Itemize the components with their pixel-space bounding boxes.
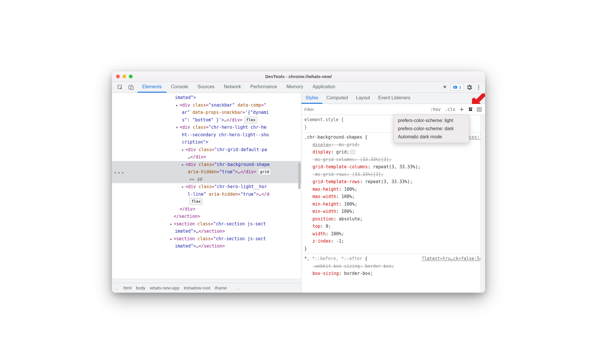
svg-point-7 (478, 87, 479, 88)
css-declaration[interactable]: grid-template-rows: repeat(3, 33.33%); (304, 178, 482, 186)
dom-tree[interactable]: ••• imated"> ▶<div class="snackbar" data… (112, 93, 301, 279)
svg-point-6 (478, 85, 479, 86)
breadcrumb-item[interactable]: whats-new-app (150, 285, 180, 290)
expand-toggle-icon[interactable]: ▶ (182, 184, 185, 189)
elements-panel: ••• imated"> ▶<div class="snackbar" data… (112, 93, 301, 293)
svg-rect-9 (469, 110, 472, 111)
grid-editor-icon[interactable] (350, 150, 355, 154)
main-tab-bar: ElementsConsoleSourcesNetworkPerformance… (112, 82, 485, 93)
rendering-emulation-icon[interactable] (467, 106, 474, 113)
popover-item[interactable]: prefers-color-scheme: light (394, 116, 469, 125)
breadcrumb-item[interactable]: iframe (215, 285, 227, 290)
tab-sources[interactable]: Sources (193, 82, 219, 93)
settings-gear-icon[interactable] (466, 84, 473, 91)
svg-rect-4 (454, 87, 456, 87)
expand-toggle-icon[interactable]: ▶ (170, 236, 174, 241)
issues-count: 3 (459, 85, 461, 90)
traffic-lights (116, 75, 133, 78)
css-declaration[interactable]: display: grid; (304, 149, 482, 156)
subtab-computed[interactable]: Computed (322, 93, 352, 104)
css-declaration[interactable]: -ms-grid-columns: (33.33%)[3]; (304, 156, 482, 164)
css-declaration[interactable]: min-width: 100%; (304, 208, 482, 215)
tab-performance[interactable]: Performance (246, 82, 282, 93)
svg-rect-5 (454, 87, 456, 88)
vertical-scrollbar[interactable] (480, 115, 485, 293)
css-declaration[interactable]: box-sizing: border-box; (304, 270, 482, 278)
computed-sidebar-toggle-icon[interactable] (476, 106, 483, 113)
tab-network[interactable]: Network (219, 82, 246, 93)
expand-toggle-icon[interactable]: ▶ (170, 222, 174, 227)
expand-toggle-icon[interactable]: ▶ (182, 162, 185, 167)
styles-filter-input[interactable] (304, 107, 427, 112)
css-declaration[interactable]: grid-template-columns: repeat(3, 33.33%)… (304, 163, 482, 171)
css-declaration[interactable]: z-index: -1; (304, 238, 482, 245)
svg-rect-2 (131, 86, 133, 90)
popover-item[interactable]: prefers-color-scheme: dark (394, 125, 469, 133)
styles-toolbar: :hov .cls prefers-color-scheme: light pr… (301, 104, 485, 115)
css-declaration[interactable]: min-height: 100%; (304, 201, 482, 208)
expand-toggle-icon[interactable]: ▶ (182, 147, 185, 152)
row-actions-icon[interactable]: ••• (114, 169, 125, 178)
tab-elements[interactable]: Elements (138, 82, 166, 93)
flex-badge[interactable]: flex (189, 198, 203, 205)
css-declaration[interactable]: max-height: 100%; (304, 186, 482, 193)
css-declaration[interactable]: -webkit-box-sizing: border-box; (304, 263, 482, 270)
sub-tab-bar: StylesComputedLayoutEvent Listeners (301, 93, 485, 104)
svg-rect-10 (477, 108, 481, 111)
window-title: DevTools - chrome://whats-new/ (112, 74, 485, 79)
tab-memory[interactable]: Memory (282, 82, 308, 93)
subtab-styles[interactable]: Styles (301, 93, 322, 104)
popover-item[interactable]: Automatic dark mode (394, 133, 469, 141)
more-subtabs-icon[interactable] (478, 95, 485, 102)
breadcrumb-item[interactable]: #shadow-root (184, 285, 210, 290)
breadcrumb-overflow-icon[interactable]: … (236, 285, 240, 290)
kebab-menu-icon[interactable] (475, 84, 482, 91)
window-titlebar: DevTools - chrome://whats-new/ (112, 71, 485, 82)
maximize-window-button[interactable] (129, 75, 133, 78)
subtab-layout[interactable]: Layout (352, 93, 374, 104)
css-declaration[interactable]: position: absolute; (304, 215, 482, 223)
source-link[interactable]: ?latest=tru…ck=false:54 (422, 255, 482, 263)
breadcrumb-item[interactable]: body (136, 285, 145, 290)
horizontal-scrollbar[interactable] (112, 279, 301, 283)
breadcrumb: … html body whats-new-app #shadow-root i… (112, 283, 301, 293)
styles-panel: StylesComputedLayoutEvent Listeners :hov… (301, 93, 485, 293)
close-window-button[interactable] (116, 75, 120, 78)
new-style-rule-icon[interactable] (458, 106, 465, 113)
breadcrumb-item[interactable]: html (123, 285, 131, 290)
css-declaration[interactable]: top: 0; (304, 223, 482, 230)
issues-chip[interactable]: 3 (451, 84, 463, 91)
cls-toggle[interactable]: .cls (444, 106, 456, 113)
subtab-event-listeners[interactable]: Event Listeners (374, 93, 414, 104)
css-declaration[interactable]: max-width: 100%; (304, 193, 482, 201)
css-declaration[interactable]: width: 100%; (304, 230, 482, 238)
collapse-toggle-icon[interactable]: ▼ (176, 125, 180, 130)
inspect-icon[interactable] (117, 84, 124, 91)
tab-application[interactable]: Application (308, 82, 340, 93)
minimize-window-button[interactable] (122, 75, 126, 78)
svg-point-8 (478, 89, 479, 90)
more-tabs-icon[interactable] (441, 84, 448, 91)
flex-badge[interactable]: flex (244, 116, 257, 123)
expand-toggle-icon[interactable]: ▶ (176, 103, 180, 108)
hov-toggle[interactable]: :hov (429, 106, 442, 113)
devtools-window: DevTools - chrome://whats-new/ ElementsC… (112, 71, 485, 293)
grid-badge[interactable]: grid (258, 168, 271, 175)
svg-rect-3 (453, 86, 457, 89)
css-declaration[interactable]: -ms-grid-rows: (33.33%)[3]; (304, 171, 482, 179)
breadcrumb-overflow-icon[interactable]: … (114, 285, 119, 290)
device-toggle-icon[interactable] (128, 84, 135, 91)
rendering-emulation-popover: prefers-color-scheme: light prefers-colo… (394, 114, 469, 143)
tab-console[interactable]: Console (166, 82, 193, 93)
